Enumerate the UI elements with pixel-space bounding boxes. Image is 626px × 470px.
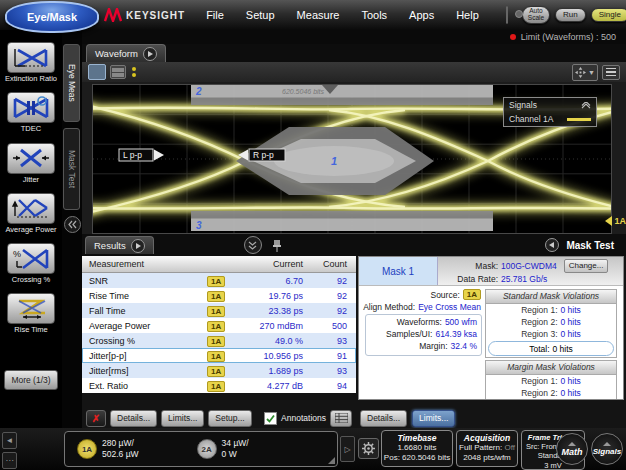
signals-button[interactable]: Signals [591, 433, 623, 465]
channel-1a-level-marker[interactable]: 1A [605, 216, 626, 226]
mgn-region-2-row: Region 2:0 hits [486, 387, 616, 399]
settings-gear-button[interactable] [358, 438, 379, 459]
eye-mask-mode-button[interactable]: Eye/Mask [5, 1, 99, 33]
waveform-toolbar: ▼ [82, 62, 626, 82]
mask-region-3[interactable]: 3 [191, 211, 493, 231]
collapse-chevron-icon[interactable] [581, 102, 591, 109]
menu-measure[interactable]: Measure [286, 0, 351, 30]
source-badge: 1A [207, 306, 225, 317]
tab-eye-meas[interactable]: Eye Meas [63, 44, 80, 122]
sidebar-item-crossing-pct[interactable]: % Crossing % [7, 243, 55, 284]
mask-limits-button[interactable]: Limits... [412, 410, 455, 427]
channel-2a-summary[interactable]: 2A 34 µW/ 0 W [197, 438, 249, 459]
results-limits-button[interactable]: Limits... [161, 410, 204, 427]
eye-diagram-plot[interactable]: 620.5046 bits 2 3 1 L p-p [92, 84, 612, 234]
mask-test-back-icon[interactable] [545, 238, 559, 252]
table-row-average-power[interactable]: Average Power 1A 270 mdBm 500 [82, 318, 356, 333]
std-region-3-row: Region 3:0 hits [486, 328, 616, 340]
average-power-icon [7, 193, 55, 224]
menu-apps[interactable]: Apps [398, 0, 445, 30]
tab-mask-test[interactable]: Mask Test [63, 128, 80, 210]
jitter-icon [7, 143, 55, 174]
svg-text:1: 1 [331, 155, 337, 167]
table-row-fall-time[interactable]: Fall Time 1A 23.38 ps 92 [82, 303, 356, 318]
table-row-rise-time[interactable]: Rise Time 1A 19.76 ps 92 [82, 288, 356, 303]
table-row-ext-ratio[interactable]: Ext. Ratio 1A 4.277 dB 94 [82, 378, 356, 393]
channel-summary-panel[interactable]: 1A 280 µW/ 502.6 µW 2A 34 µW/ 0 W [64, 431, 338, 467]
double-chevron-down-icon [248, 241, 257, 250]
mask-info-list: Source:1A Align Method:Eye Cross Mean Wa… [359, 289, 485, 400]
results-setup-button[interactable]: Setup... [208, 410, 251, 427]
source-badge: 1A [207, 321, 225, 332]
mask-test-panel: Mask 1 Mask: 100G-CWDM4 Change... Data R… [356, 256, 626, 428]
limit-status-row: Limit (Waveforms) : 500 [82, 30, 626, 44]
checkmark-icon [266, 414, 275, 423]
pan-zoom-button[interactable]: ▼ [572, 64, 598, 81]
table-view-button[interactable] [330, 410, 352, 427]
table-row-jitter-pp-selected[interactable]: Jitter[p-p] 1A 10.956 ps 91 [82, 348, 356, 363]
channel-2a-badge: 2A [197, 439, 217, 459]
single-button[interactable]: Single [591, 8, 626, 22]
signals-legend[interactable]: Signals Channel 1A [503, 97, 597, 127]
timebase-panel[interactable]: Timebase 1.6680 bits Pos: 620.5046 bits [381, 430, 453, 467]
math-button[interactable]: Math [556, 433, 588, 465]
data-rate-value: 25.781 Gb/s [501, 274, 547, 284]
annotations-checkbox[interactable] [264, 412, 277, 425]
dropdown-arrow-icon: ▼ [588, 69, 595, 76]
svg-text:R p-p: R p-p [253, 150, 274, 160]
screenshot-camera-icon[interactable] [506, 6, 508, 24]
margin-mask-violations-box: Margin Mask Violations Region 1:0 hits R… [485, 360, 617, 400]
sidebar-item-rise-time[interactable]: Rise Time [7, 293, 55, 334]
keysight-spark-icon [104, 8, 122, 22]
channel-1a-color-swatch [567, 118, 591, 121]
channel-1a-badge: 1A [77, 439, 97, 459]
channel-marker-arrow-icon [605, 216, 612, 226]
source-badge[interactable]: 1A [463, 289, 481, 300]
channel-1a-summary[interactable]: 1A 280 µW/ 502.6 µW [77, 438, 139, 459]
sidebar-collapse-button[interactable] [64, 216, 81, 233]
delete-measurement-button[interactable]: ✗ [86, 410, 106, 427]
table-row-jitter-rms[interactable]: Jitter[rms] 1A 1.689 ps 93 [82, 363, 356, 378]
expand-tab-icon[interactable] [143, 47, 157, 61]
menu-tools[interactable]: Tools [350, 0, 398, 30]
source-badge: 1A [207, 366, 225, 377]
mgn-region-1-row: Region 1:0 hits [486, 375, 616, 387]
waveform-tabbar: Waveform [82, 44, 626, 62]
std-total-row[interactable]: Total:0 hits [488, 341, 614, 356]
extinction-ratio-icon [7, 42, 55, 73]
menu-setup[interactable]: Setup [235, 0, 286, 30]
single-display-button[interactable] [88, 64, 106, 80]
acquisition-panel[interactable]: Acquisition Full Pattern: Off 2048 pts/w… [456, 430, 518, 467]
sidebar-item-jitter[interactable]: Jitter [7, 143, 55, 184]
waveform-menu-button[interactable] [602, 65, 620, 80]
sidebar-item-extinction-ratio[interactable]: Extinction Ratio [5, 42, 57, 83]
source-badge: 1A [207, 381, 225, 392]
pin-icon[interactable] [272, 239, 282, 252]
split-display-button[interactable] [110, 65, 126, 79]
scroll-right-button[interactable]: ▷ [340, 436, 355, 462]
menu-help[interactable]: Help [445, 0, 490, 30]
scroll-left-button[interactable]: ◄ [2, 432, 17, 449]
keysight-logo: KEYSIGHT [104, 8, 185, 22]
auto-scale-button[interactable]: Auto Scale [522, 6, 550, 24]
up-arrow-icon [568, 442, 576, 446]
change-mask-button[interactable]: Change... [564, 259, 609, 273]
mask-region-2[interactable]: 620.5046 bits 2 [191, 85, 493, 105]
more-measurements-button[interactable]: More (1/3) [4, 370, 58, 390]
sidebar-item-average-power[interactable]: Average Power [5, 193, 56, 234]
tab-results[interactable]: Results [85, 236, 154, 254]
menu-file[interactable]: File [195, 0, 235, 30]
data-rate-label: Data Rate: [442, 274, 498, 284]
results-details-button[interactable]: Details... [110, 410, 157, 427]
mask-1-selector[interactable]: Mask 1 [359, 257, 438, 285]
more-channels-button[interactable]: ⋯ [2, 452, 17, 469]
results-expand-icon[interactable] [131, 239, 145, 253]
table-row-crossing[interactable]: Crossing % 1A 49.0 % 93 [82, 333, 356, 348]
sidebar-item-tdec[interactable]: TDEC [7, 92, 55, 133]
collapse-panel-button[interactable] [244, 236, 262, 254]
mask-details-button[interactable]: Details... [360, 410, 407, 427]
tab-waveform[interactable]: Waveform [86, 44, 166, 62]
limit-status-text: Limit (Waveforms) : 500 [521, 32, 616, 42]
run-button[interactable]: Run [555, 8, 586, 22]
table-row-snr[interactable]: SNR 1A 6.70 92 [82, 273, 356, 288]
